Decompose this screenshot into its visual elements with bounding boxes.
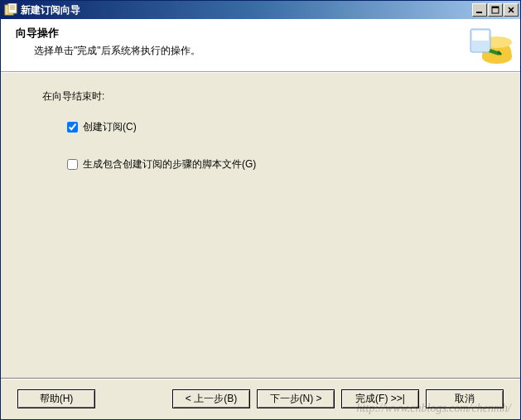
- section-label: 在向导结束时:: [42, 89, 520, 104]
- next-button[interactable]: 下一步(N) >: [257, 389, 335, 408]
- wizard-header-icon: [467, 26, 514, 65]
- window-title: 新建订阅向导: [21, 3, 471, 17]
- back-button[interactable]: < 上一步(B): [172, 389, 250, 408]
- generate-script-label[interactable]: 生成包含创建订阅的步骤的脚本文件(G): [83, 157, 256, 171]
- finish-button[interactable]: 完成(F) >>|: [341, 389, 419, 408]
- create-subscription-checkbox[interactable]: [67, 122, 78, 133]
- help-button[interactable]: 帮助(H): [17, 389, 95, 408]
- close-button[interactable]: [504, 3, 519, 17]
- svg-rect-5: [476, 12, 482, 13]
- minimize-button[interactable]: [472, 3, 487, 17]
- page-description: 选择单击"完成"后系统将执行的操作。: [16, 41, 467, 58]
- button-bar: 帮助(H) < 上一步(B) 下一步(N) > 完成(F) >>| 取消: [1, 378, 520, 419]
- window-controls: [471, 3, 519, 17]
- create-subscription-row: 创建订阅(C): [67, 120, 520, 134]
- svg-rect-1: [8, 3, 17, 13]
- app-icon: [4, 3, 17, 17]
- content-area: 在向导结束时: 创建订阅(C) 生成包含创建订阅的步骤的脚本文件(G): [1, 72, 520, 378]
- svg-rect-13: [472, 31, 489, 41]
- generate-script-row: 生成包含创建订阅的步骤的脚本文件(G): [67, 157, 520, 171]
- page-title: 向导操作: [16, 26, 467, 41]
- create-subscription-label[interactable]: 创建订阅(C): [83, 120, 137, 134]
- generate-script-checkbox[interactable]: [67, 159, 78, 170]
- titlebar: 新建订阅向导: [1, 1, 520, 19]
- maximize-button[interactable]: [488, 3, 503, 17]
- wizard-header: 向导操作 选择单击"完成"后系统将执行的操作。: [1, 19, 520, 72]
- cancel-button[interactable]: 取消: [426, 389, 504, 408]
- svg-rect-7: [492, 7, 499, 8]
- wizard-window: 新建订阅向导 向导操作 选择单击"完成"后系统将执行的操作。: [0, 0, 521, 420]
